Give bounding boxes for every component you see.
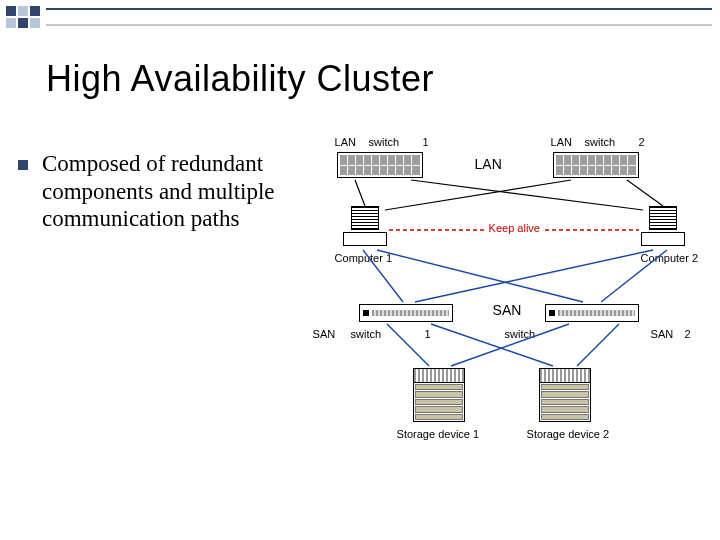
computer-2-label: Computer 2	[641, 252, 698, 264]
san-label: SAN	[493, 302, 522, 318]
cluster-diagram: LAN switch 1 LAN switch 2 LAN Computer 1…	[315, 150, 710, 490]
lan-switch-1-num: 1	[423, 136, 429, 148]
svg-line-2	[385, 180, 571, 210]
slide-title: High Availability Cluster	[46, 58, 434, 100]
san-switch-1-num: 1	[425, 328, 431, 340]
san-switch-1-generic: switch	[351, 328, 382, 340]
bullet-icon	[18, 160, 28, 170]
computer-1	[343, 206, 387, 248]
svg-line-0	[355, 180, 365, 206]
san-switch-1	[359, 304, 453, 322]
lan-switch-2	[553, 152, 639, 178]
bullet-item: Composed of redundant components and mul…	[18, 150, 315, 233]
san-switch-2-num: 2	[685, 328, 691, 340]
keep-alive-label: Keep alive	[489, 222, 540, 234]
san-switch-2	[545, 304, 639, 322]
bullet-text: Composed of redundant components and mul…	[42, 150, 315, 233]
svg-line-3	[627, 180, 663, 206]
svg-line-8	[415, 250, 653, 302]
lan-switch-2-num: 2	[639, 136, 645, 148]
svg-line-13	[577, 324, 619, 366]
storage-1	[413, 368, 465, 422]
svg-line-7	[377, 250, 583, 302]
lan-switch-1-brand: LAN	[335, 136, 356, 148]
computer-2	[641, 206, 685, 248]
svg-line-10	[387, 324, 429, 366]
computer-1-label: Computer 1	[335, 252, 392, 264]
san-switch-1-brand: SAN	[313, 328, 336, 340]
lan-switch-1-generic: switch	[369, 136, 400, 148]
svg-line-1	[411, 180, 643, 210]
storage-1-label: Storage device 1	[397, 428, 480, 440]
slide-header-decoration	[0, 0, 720, 36]
lan-switch-1	[337, 152, 423, 178]
storage-2	[539, 368, 591, 422]
lan-switch-2-generic: switch	[585, 136, 616, 148]
storage-2-label: Storage device 2	[527, 428, 610, 440]
san-switch-2-brand: SAN	[651, 328, 674, 340]
lan-label: LAN	[475, 156, 502, 172]
lan-switch-2-brand: LAN	[551, 136, 572, 148]
san-switch-2-generic: switch	[505, 328, 536, 340]
